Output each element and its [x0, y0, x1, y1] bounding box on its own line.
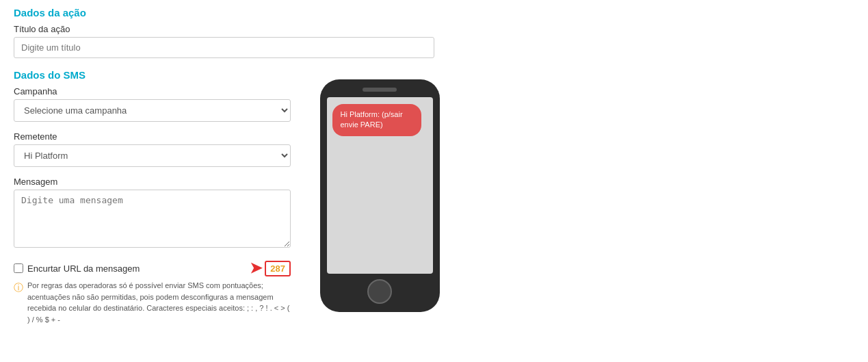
sender-label: Remetente	[14, 131, 291, 142]
action-title-input[interactable]	[14, 37, 434, 58]
campaign-select[interactable]: Selecione uma campanha	[14, 99, 291, 122]
phone-mockup: Hi Platform: (p/sair envie PARE)	[311, 79, 448, 312]
campaign-group: Campanha Selecione uma campanha	[14, 86, 291, 122]
action-title-label: Título da ação	[14, 24, 854, 34]
sender-select[interactable]: Hi Platform	[14, 144, 291, 167]
warning-text: Por regras das operadoras só é possível …	[27, 280, 291, 325]
shorten-url-row: Encurtar URL da mensagem	[14, 263, 140, 274]
info-icon: ⓘ	[14, 281, 23, 295]
action-title-group: Título da ação	[14, 24, 854, 58]
message-bubble: Hi Platform: (p/sair envie PARE)	[332, 104, 421, 136]
shorten-url-checkbox[interactable]	[14, 263, 23, 273]
message-label: Mensagem	[14, 177, 291, 187]
sms-data-section: Dados do SMS Campanha Selecione uma camp…	[14, 69, 854, 325]
phone-screen: Hi Platform: (p/sair envie PARE)	[327, 97, 433, 274]
warning-box: ⓘ Por regras das operadoras só é possíve…	[14, 280, 291, 325]
sender-group: Remetente Hi Platform	[14, 131, 291, 167]
phone-speaker	[363, 88, 397, 92]
campaign-label: Campanha	[14, 86, 291, 96]
sms-fields-column: Campanha Selecione uma campanha Remetent…	[14, 86, 291, 325]
counter-row: Encurtar URL da mensagem ➤ 287	[14, 259, 291, 277]
arrow-icon: ➤	[250, 259, 262, 277]
action-data-title: Dados da ação	[14, 7, 854, 18]
message-textarea[interactable]	[14, 190, 291, 248]
sms-content: Campanha Selecione uma campanha Remetent…	[14, 86, 854, 325]
phone-home-button	[367, 279, 392, 304]
shorten-url-label: Encurtar URL da mensagem	[27, 263, 140, 274]
phone-frame: Hi Platform: (p/sair envie PARE)	[320, 79, 440, 312]
action-data-section: Dados da ação Título da ação	[14, 7, 854, 58]
character-counter: 287	[265, 261, 291, 276]
message-group: Mensagem	[14, 177, 291, 250]
